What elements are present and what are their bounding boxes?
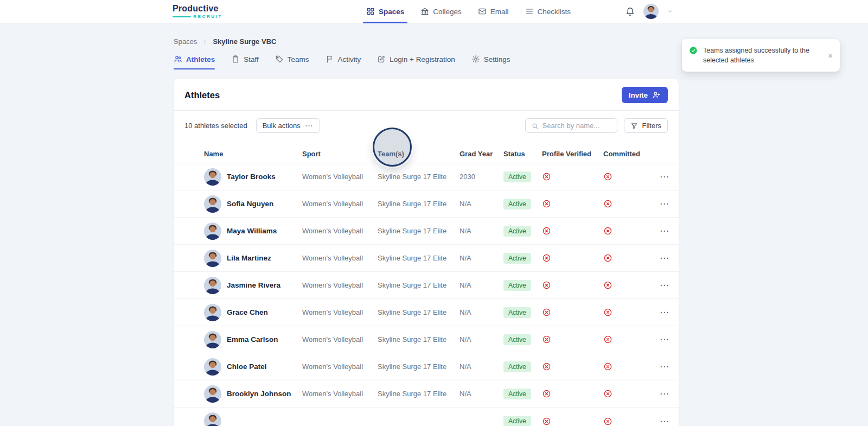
nav-item-colleges[interactable]: Colleges: [420, 0, 462, 23]
filters-label: Filters: [642, 122, 661, 130]
search-input[interactable]: [542, 122, 611, 130]
nav-item-email[interactable]: Email: [478, 0, 509, 23]
athlete-teams: Skyline Surge 17 Elite: [378, 173, 459, 181]
row-actions-menu-icon[interactable]: ⋯: [660, 171, 669, 182]
athlete-name[interactable]: Lila Martinez: [227, 254, 271, 262]
row-actions-menu-icon[interactable]: ⋯: [660, 225, 669, 237]
athlete-grad-year: N/A: [459, 335, 503, 344]
not-committed-x-circle-icon: [603, 362, 655, 371]
table-toolbar: 10 athletes selected Bulk actions ⋯ Filt…: [174, 111, 679, 133]
check-circle-icon: [689, 46, 698, 55]
athlete-sport: Women's Volleyball: [302, 335, 378, 344]
toast-close-icon[interactable]: ×: [828, 46, 833, 65]
nav-item-spaces[interactable]: Spaces: [366, 0, 404, 23]
user-avatar[interactable]: [643, 4, 659, 19]
row-actions-menu-icon[interactable]: ⋯: [660, 334, 669, 345]
athlete-name[interactable]: Maya Williams: [227, 227, 277, 235]
profile-not-verified-x-circle-icon: [542, 253, 603, 263]
not-committed-x-circle-icon: [603, 308, 655, 317]
status-badge: Active: [503, 307, 531, 318]
athlete-name[interactable]: Chloe Patel: [227, 363, 267, 371]
ellipsis-icon: ⋯: [305, 122, 314, 130]
tab-activity[interactable]: Activity: [326, 55, 361, 69]
brand-subname: RECRUIT: [193, 14, 222, 19]
table-row: Lila Martinez Women's Volleyball Skyline…: [174, 245, 679, 272]
tab-login-registration[interactable]: Login + Registration: [377, 55, 455, 69]
athlete-avatar: [204, 195, 221, 213]
invite-button-label: Invite: [629, 91, 648, 99]
invite-button[interactable]: Invite: [622, 87, 668, 103]
column-header-grad-year[interactable]: Grad Year: [459, 150, 503, 158]
row-actions-menu-icon[interactable]: ⋯: [660, 252, 669, 264]
athlete-avatar: [204, 385, 221, 403]
not-committed-x-circle-icon: [603, 199, 655, 208]
athlete-name[interactable]: Jasmine Rivera: [227, 281, 280, 289]
breadcrumb-spaces-link[interactable]: Spaces: [174, 37, 197, 46]
athlete-sport: Women's Volleyball: [302, 363, 378, 371]
status-badge: Active: [503, 253, 531, 264]
table-row: Grace Chen Women's Volleyball Skyline Su…: [174, 299, 679, 326]
athlete-avatar: [204, 168, 221, 186]
athlete-name[interactable]: Emma Carlson: [227, 335, 278, 344]
status-badge: Active: [503, 416, 531, 426]
table-header-row: Name Sport Team(s) Grad Year Status Prof…: [174, 144, 679, 163]
athlete-avatar: [204, 222, 221, 240]
athlete-avatar: [204, 250, 221, 267]
status-badge: Active: [503, 389, 531, 399]
tab-athletes[interactable]: Athletes: [174, 55, 215, 69]
row-actions-menu-icon[interactable]: ⋯: [660, 416, 669, 426]
athlete-name[interactable]: Taylor Brooks: [227, 173, 276, 181]
column-header-status[interactable]: Status: [503, 150, 542, 158]
athlete-sport: Women's Volleyball: [302, 200, 378, 208]
filters-button[interactable]: Filters: [624, 118, 668, 133]
brand-logo[interactable]: Productive RECRUIT: [173, 4, 222, 19]
athlete-teams: Skyline Surge 17 Elite: [378, 308, 459, 316]
column-header-committed[interactable]: Committed: [603, 150, 655, 158]
profile-not-verified-x-circle-icon: [542, 417, 603, 426]
table-body: Taylor Brooks Women's Volleyball Skyline…: [174, 163, 679, 426]
column-header-teams[interactable]: Team(s): [378, 150, 459, 158]
athlete-name[interactable]: Brooklyn Johnson: [227, 390, 291, 398]
top-navigation-bar: Productive RECRUIT Spaces Colleges Email…: [0, 0, 868, 23]
not-committed-x-circle-icon: [603, 281, 655, 290]
not-committed-x-circle-icon: [603, 226, 655, 236]
row-actions-menu-icon[interactable]: ⋯: [660, 307, 669, 318]
tab-teams[interactable]: Teams: [275, 55, 309, 69]
athlete-teams: Skyline Surge 17 Elite: [378, 227, 459, 235]
column-header-sport[interactable]: Sport: [302, 150, 378, 158]
row-actions-menu-icon[interactable]: ⋯: [660, 361, 669, 372]
row-actions-menu-icon[interactable]: ⋯: [660, 279, 669, 291]
athletes-panel: Athletes Invite 10 athletes selected Bul…: [174, 79, 679, 426]
tab-staff[interactable]: Staff: [231, 55, 259, 69]
table-row: Jasmine Rivera Women's Volleyball Skylin…: [174, 272, 679, 299]
notifications-bell-icon[interactable]: [625, 7, 635, 17]
athlete-grad-year: N/A: [459, 254, 503, 262]
column-header-name[interactable]: Name: [204, 150, 302, 158]
row-actions-menu-icon[interactable]: ⋯: [660, 388, 669, 399]
profile-not-verified-x-circle-icon: [542, 362, 603, 371]
athlete-sport: Women's Volleyball: [302, 227, 378, 235]
athlete-name[interactable]: Grace Chen: [227, 308, 268, 316]
checklist-icon: [525, 7, 534, 16]
not-committed-x-circle-icon: [603, 253, 655, 263]
table-row: Brooklyn Johnson Women's Volleyball Skyl…: [174, 380, 679, 408]
athlete-name[interactable]: Sofia Nguyen: [227, 200, 273, 208]
user-menu-chevron-down-icon[interactable]: [667, 8, 673, 15]
people-icon: [174, 55, 182, 63]
main-nav: Spaces Colleges Email Checklists: [366, 0, 571, 23]
bank-icon: [420, 7, 429, 16]
table-row: Emma Carlson Women's Volleyball Skyline …: [174, 326, 679, 353]
not-committed-x-circle-icon: [603, 417, 655, 426]
athlete-avatar: [204, 358, 221, 376]
tab-settings[interactable]: Settings: [471, 55, 510, 69]
row-actions-menu-icon[interactable]: ⋯: [660, 198, 669, 209]
status-badge: Active: [503, 280, 531, 291]
not-committed-x-circle-icon: [603, 335, 655, 344]
nav-item-checklists[interactable]: Checklists: [525, 0, 571, 23]
column-header-profile-verified[interactable]: Profile Verified: [542, 150, 603, 158]
bulk-actions-button[interactable]: Bulk actions ⋯: [256, 118, 320, 133]
bulk-actions-label: Bulk actions: [263, 122, 301, 130]
profile-not-verified-x-circle-icon: [542, 308, 603, 317]
tab-label: Login + Registration: [390, 55, 455, 63]
profile-not-verified-x-circle-icon: [542, 226, 603, 236]
